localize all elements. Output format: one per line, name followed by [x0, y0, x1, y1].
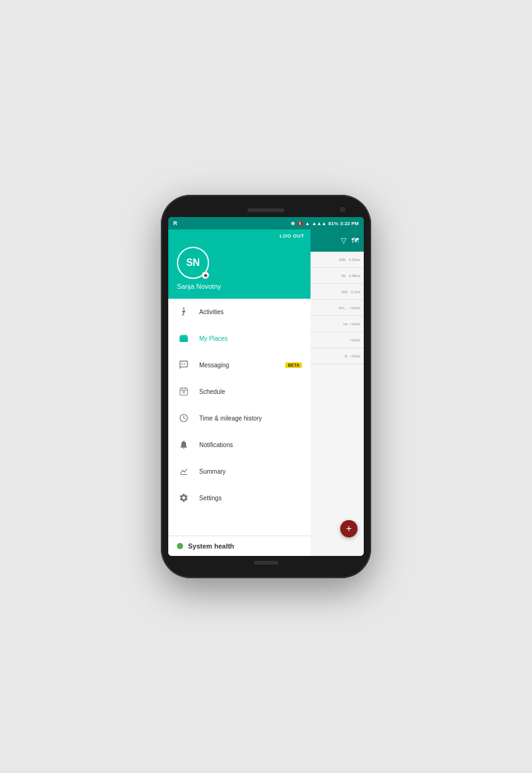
- avatar-initials: SN: [186, 257, 200, 268]
- calendar-icon: 31: [177, 385, 191, 398]
- status-left: R: [173, 220, 178, 226]
- item-prefix: 000,: [339, 258, 346, 262]
- bell-icon: [177, 438, 191, 451]
- walk-icon: [177, 305, 191, 318]
- signal-icon: ▲▲▲: [312, 221, 327, 226]
- list-item: Kin... >10mi: [302, 300, 364, 316]
- sidebar-item-time-mileage[interactable]: Time & mileage history: [168, 405, 311, 432]
- phone-speaker: [247, 208, 285, 212]
- logout-button[interactable]: LOG OUT: [280, 233, 304, 239]
- avatar: SN: [177, 247, 209, 279]
- list-item: nd >10mi: [302, 316, 364, 332]
- sidebar-item-settings[interactable]: Settings: [168, 485, 311, 511]
- phone-top-bar: [168, 206, 364, 217]
- item-prefix: nd: [343, 322, 348, 326]
- phone-camera: [340, 207, 345, 212]
- sidebar-item-schedule[interactable]: 31 Schedule: [168, 378, 311, 405]
- phone-screen: R ⊕ 🔇 ▲ ▲▲▲ 81% 3:22 PM ▽ 🗺 000,: [168, 217, 364, 556]
- settings-label: Settings: [199, 495, 302, 502]
- item-distance: 0.08mi: [349, 274, 360, 278]
- beta-badge: BETA: [285, 362, 302, 368]
- status-right: ⊕ 🔇 ▲ ▲▲▲ 81% 3:22 PM: [291, 221, 359, 226]
- item-prefix: N: [345, 354, 347, 358]
- item-prefix: 000,: [341, 290, 349, 294]
- item-distance: >10mi: [350, 322, 360, 326]
- summary-label: Summary: [199, 468, 302, 475]
- activities-label: Activities: [199, 309, 302, 315]
- bg-list: 000, 0.03mi 00, 0.08mi 000, 0.1mi Kin...…: [302, 252, 364, 556]
- drawer-menu: Activities: [168, 299, 311, 536]
- item-prefix: Kin...: [339, 306, 348, 310]
- message-icon: [177, 358, 191, 372]
- time-mileage-label: Time & mileage history: [199, 415, 302, 422]
- health-label: System health: [188, 542, 234, 550]
- schedule-label: Schedule: [199, 388, 302, 395]
- fab-button[interactable]: +: [340, 520, 358, 537]
- app-icon-status: R: [173, 220, 178, 226]
- sidebar-item-my-places[interactable]: My Places: [168, 325, 311, 352]
- item-prefix: 00,: [341, 274, 346, 278]
- messaging-label: Messaging: [199, 362, 283, 369]
- svg-rect-3: [183, 338, 184, 339]
- volume-icon: 🔇: [297, 221, 303, 226]
- svg-rect-4: [186, 338, 187, 339]
- avatar-dot-inner: [204, 274, 207, 277]
- bg-panel: ▽ 🗺 000, 0.03mi 00, 0.08mi 000, 0.1mi: [302, 229, 364, 556]
- phone-bottom-bar: [168, 556, 364, 567]
- user-name: Sanja Novotny: [177, 283, 302, 290]
- location-icon: ⊕: [291, 221, 295, 226]
- status-bar: R ⊕ 🔇 ▲ ▲▲▲ 81% 3:22 PM: [168, 217, 364, 229]
- sidebar-item-messaging[interactable]: Messaging BETA: [168, 352, 311, 378]
- battery-level: 81%: [328, 221, 338, 226]
- filter-icon: ▽: [341, 236, 346, 245]
- svg-rect-1: [179, 336, 187, 342]
- sidebar-item-summary[interactable]: Summary: [168, 458, 311, 485]
- list-item: >10mi: [302, 332, 364, 348]
- drawer-footer: System health: [168, 536, 311, 556]
- svg-rect-6: [183, 340, 184, 341]
- bg-header: ▽ 🗺: [302, 229, 364, 252]
- item-distance: >10mi: [350, 338, 360, 342]
- svg-rect-5: [181, 340, 182, 341]
- drawer-header: LOG OUT SN Sanja Novotny: [168, 229, 311, 299]
- svg-rect-2: [181, 338, 182, 339]
- notifications-label: Notifications: [199, 442, 302, 448]
- svg-text:31: 31: [182, 391, 186, 394]
- item-distance: >10mi: [350, 306, 360, 310]
- health-status-dot: [177, 543, 183, 549]
- list-item: 00, 0.08mi: [302, 268, 364, 284]
- svg-rect-7: [186, 340, 187, 341]
- phone-home-button[interactable]: [254, 561, 278, 565]
- map-icon: 🗺: [351, 236, 359, 245]
- nav-drawer: LOG OUT SN Sanja Novotny: [168, 229, 311, 556]
- phone-device: R ⊕ 🔇 ▲ ▲▲▲ 81% 3:22 PM ▽ 🗺 000,: [161, 195, 371, 578]
- list-item: 000, 0.03mi: [302, 252, 364, 268]
- list-item: N >10mi: [302, 348, 364, 364]
- building-icon: [177, 331, 191, 345]
- list-item: 000, 0.1mi: [302, 284, 364, 300]
- time-display: 3:22 PM: [340, 221, 359, 226]
- sidebar-item-notifications[interactable]: Notifications: [168, 432, 311, 458]
- svg-rect-9: [184, 364, 186, 364]
- item-distance: >10mi: [350, 354, 360, 358]
- my-places-label: My Places: [199, 335, 302, 342]
- sidebar-item-activities[interactable]: Activities: [168, 299, 311, 325]
- avatar-dot: [202, 271, 209, 279]
- svg-rect-8: [181, 364, 183, 364]
- item-distance: 0.03mi: [349, 258, 360, 262]
- svg-point-0: [183, 307, 185, 309]
- wifi-icon: ▲: [305, 221, 310, 226]
- clock-icon: [177, 411, 191, 425]
- chart-icon: [177, 464, 191, 478]
- screen-content: ▽ 🗺 000, 0.03mi 00, 0.08mi 000, 0.1mi: [168, 229, 364, 556]
- gear-icon: [177, 491, 191, 505]
- item-distance: 0.1mi: [351, 290, 360, 294]
